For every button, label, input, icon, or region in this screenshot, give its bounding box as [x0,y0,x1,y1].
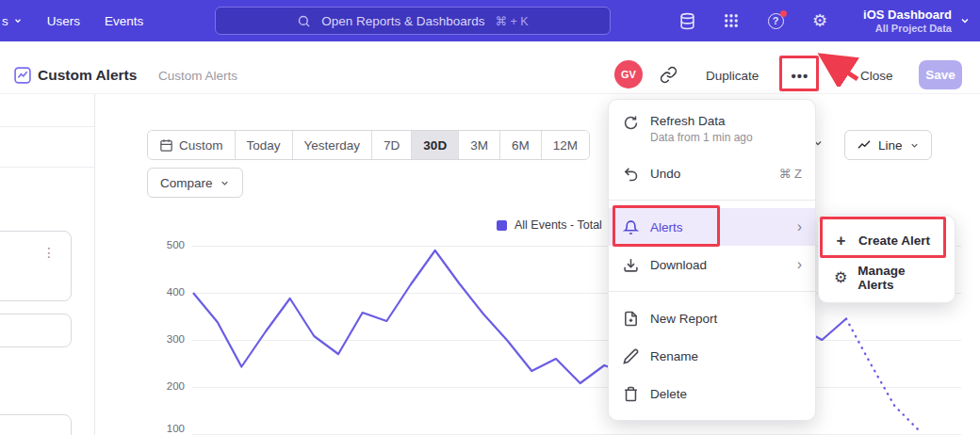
trash-icon [622,385,639,402]
duplicate-button[interactable]: Duplicate [706,69,759,83]
app-window: s Users Events Open Reports & Dashboards… [0,0,980,435]
more-actions-menu: Refresh Data Data from 1 min ago Undo ⌘ … [608,99,816,421]
range-today[interactable]: Today [235,131,292,159]
y-axis-tick: 500 [149,239,185,250]
y-axis-tick: 100 [149,423,185,434]
page-title: Custom Alerts [38,67,137,84]
menu-item-rename[interactable]: Rename [609,337,815,375]
help-icon[interactable]: ? [766,11,785,30]
range-yesterday[interactable]: Yesterday [292,131,372,159]
left-list-separator [0,167,94,168]
menu-item-label: Alerts [650,220,683,234]
settings-icon[interactable]: ⚙ [810,11,829,30]
submenu-item-create-alert[interactable]: + Create Alert [819,221,955,259]
menu-item-label: New Report [650,312,717,326]
save-button[interactable]: Save [919,60,962,89]
menu-item-label: Delete [650,387,687,401]
y-axis-tick: 400 [149,286,185,298]
chevron-down-icon [220,178,230,188]
link-icon [660,66,678,84]
menu-divider [609,200,815,201]
legend-label: All Events - Total [514,218,602,232]
plus-icon: + [833,233,849,249]
nav-item-events[interactable]: Events [105,14,143,28]
saved-item-card[interactable] [0,414,72,435]
menu-item-download[interactable]: Download › [609,246,815,283]
range-30d-selected[interactable]: 30D [411,131,458,159]
saved-item-card[interactable]: ⋮ [0,231,72,301]
apps-grid-icon[interactable] [722,11,741,30]
saved-item-card[interactable] [0,314,72,347]
range-7d[interactable]: 7D [371,131,411,159]
menu-item-label: Undo [650,167,680,181]
top-navbar: s Users Events Open Reports & Dashboards… [0,0,980,41]
submenu-item-label: Create Alert [858,234,930,248]
project-name: iOS Dashboard [863,8,952,22]
project-selector[interactable]: iOS Dashboard All Project Data [863,0,971,41]
menu-item-label: Refresh Data [650,114,753,128]
search-shortcut: ⌘ + K [496,14,529,28]
nav-item-partial[interactable]: s [2,14,23,28]
data-icon[interactable] [678,11,696,30]
chart-forecast-dotted-line [846,319,919,431]
share-link-button[interactable] [660,66,678,85]
submenu-item-label: Manage Alerts [858,264,940,292]
chart-legend[interactable]: All Events - Total [497,218,602,232]
download-icon [622,256,639,273]
refresh-icon [622,114,639,131]
y-axis-tick: 200 [149,380,185,392]
menu-item-label: Download [650,258,707,272]
calendar-icon [159,138,173,153]
menu-item-undo[interactable]: Undo ⌘ Z [609,154,815,192]
y-axis-tick: 300 [149,333,185,345]
gridline [192,387,961,388]
menu-item-subtitle: Data from 1 min ago [650,131,753,144]
undo-icon [622,165,639,182]
nav-item-partial-label: s [2,14,8,28]
search-icon [297,14,311,28]
range-6m[interactable]: 6M [499,131,541,159]
new-report-icon [622,310,639,327]
global-search-bar[interactable]: Open Reports & Dashboards ⌘ + K [215,7,611,35]
nav-item-users[interactable]: Users [47,14,80,28]
alerts-submenu: + Create Alert ⚙ Manage Alerts [818,215,956,303]
pencil-icon [622,347,639,364]
line-chart-icon [857,137,872,153]
chevron-down-icon [13,16,23,25]
report-logo-icon [13,66,32,85]
menu-item-shortcut: ⌘ Z [778,167,802,181]
menu-item-alerts[interactable]: Alerts › [609,208,815,246]
chevron-down-icon [909,140,920,151]
avatar[interactable]: GV [614,60,643,89]
kebab-menu-icon[interactable]: ⋮ [42,245,56,260]
menu-divider [609,291,815,292]
notification-dot [780,10,787,17]
submenu-item-manage-alerts[interactable]: ⚙ Manage Alerts [819,259,955,297]
range-12m[interactable]: 12M [541,131,589,159]
left-list-separator [0,126,94,127]
close-button[interactable]: Close [860,69,893,83]
alert-bell-icon [622,218,639,235]
range-custom[interactable]: Custom [148,131,235,159]
gear-icon: ⚙ [833,270,848,286]
compare-button[interactable]: Compare [147,168,243,198]
breadcrumb[interactable]: Custom Alerts [158,69,237,83]
chevron-right-icon: › [797,219,802,234]
range-3m[interactable]: 3M [458,131,499,159]
gridline [192,340,961,341]
chevron-down-icon [959,15,971,26]
nav-left: s Users Events [0,14,143,28]
nav-icons: ? ⚙ [678,0,829,41]
menu-item-label: Rename [650,349,698,363]
chevron-right-icon: › [797,257,802,272]
search-placeholder: Open Reports & Dashboards [321,14,484,28]
legend-swatch [497,220,507,231]
panel-divider [94,94,95,435]
menu-item-refresh-data[interactable]: Refresh Data Data from 1 min ago [609,107,815,154]
menu-item-delete[interactable]: Delete [609,375,815,412]
report-header: Custom Alerts Custom Alerts GV Duplicate… [0,41,980,94]
menu-item-new-report[interactable]: New Report [609,299,815,337]
chart-type-button[interactable]: Line [844,130,932,160]
date-range-segmented-control: Custom Today Yesterday 7D 30D 3M 6M 12M [147,130,590,160]
more-button[interactable]: ••• [783,60,817,90]
